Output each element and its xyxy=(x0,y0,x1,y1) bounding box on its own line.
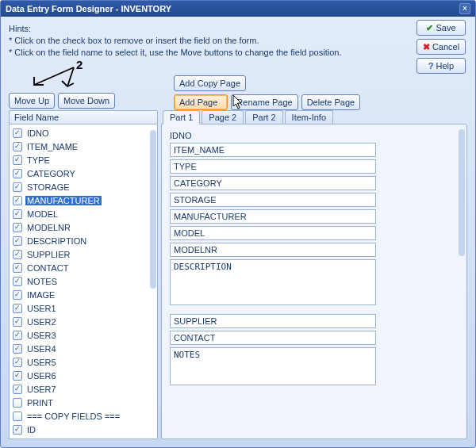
field-row[interactable]: ✓MODELNR xyxy=(10,220,157,234)
field-label[interactable]: MODEL xyxy=(25,209,60,219)
help-button[interactable]: ? Help xyxy=(416,58,466,74)
field-row[interactable]: ✓USER1 xyxy=(10,301,157,315)
field-label[interactable]: DATE_ADDED xyxy=(25,438,86,440)
cancel-button[interactable]: ✖ Cancel xyxy=(416,39,466,55)
field-label[interactable]: MODELNR xyxy=(25,223,72,232)
form-field-manufacturer[interactable] xyxy=(170,209,376,224)
add-copy-page-button[interactable]: Add Copy Page xyxy=(174,75,246,91)
checkbox[interactable]: ✓ xyxy=(13,128,22,138)
field-label[interactable]: USER1 xyxy=(25,304,58,313)
checkbox[interactable]: ✓ xyxy=(13,169,22,178)
field-label[interactable]: SUPPLIER xyxy=(25,250,71,259)
field-label[interactable]: USER5 xyxy=(25,358,58,367)
field-label[interactable]: IDNO xyxy=(25,128,51,138)
rename-page-button[interactable]: Rename Page xyxy=(231,94,298,110)
description-textarea[interactable] xyxy=(170,259,376,305)
form-field-supplier[interactable] xyxy=(170,314,376,328)
form-scrollbar[interactable] xyxy=(459,126,465,437)
field-row[interactable]: ✓SUPPLIER xyxy=(10,247,157,261)
form-scrollbar-thumb[interactable] xyxy=(459,129,465,256)
field-row[interactable]: ✓DESCRIPTION xyxy=(10,234,157,247)
checkbox[interactable] xyxy=(13,412,22,421)
field-label[interactable]: USER3 xyxy=(25,331,58,340)
field-label[interactable]: CONTACT xyxy=(25,263,70,273)
field-label[interactable]: === COPY FIELDS === xyxy=(25,412,121,421)
field-row[interactable]: ✓DATE_ADDED xyxy=(10,436,157,439)
move-up-button[interactable]: Move Up xyxy=(9,93,55,109)
checkbox[interactable]: ✓ xyxy=(13,277,22,286)
form-field-model[interactable] xyxy=(170,226,376,240)
tab[interactable]: Part 2 xyxy=(245,110,282,124)
checkbox[interactable]: ✓ xyxy=(13,304,22,313)
field-row[interactable]: ✓USER5 xyxy=(10,355,157,369)
add-page-button[interactable]: Add Page xyxy=(174,94,228,110)
checkbox[interactable]: ✓ xyxy=(13,223,22,232)
scrollbar-thumb[interactable] xyxy=(150,130,156,289)
checkbox[interactable]: ✓ xyxy=(13,290,22,300)
form-field-category[interactable] xyxy=(170,176,376,190)
field-label[interactable]: PRINT xyxy=(25,398,55,408)
field-label[interactable]: ID xyxy=(25,425,37,435)
checkbox[interactable]: ✓ xyxy=(13,385,22,394)
delete-page-button[interactable]: Delete Page xyxy=(301,94,361,110)
field-label[interactable]: USER4 xyxy=(25,344,58,354)
field-row[interactable]: ✓ID xyxy=(10,423,157,436)
field-row[interactable]: ✓STORAGE xyxy=(10,180,157,193)
tab[interactable]: Item-Info xyxy=(285,110,333,124)
checkbox[interactable]: ✓ xyxy=(13,236,22,246)
field-row[interactable]: === COPY FIELDS === xyxy=(10,409,157,423)
titlebar[interactable]: Data Entry Form Designer - INVENTORY × xyxy=(1,1,475,17)
checkbox[interactable]: ✓ xyxy=(13,182,22,192)
tab[interactable]: Part 1 xyxy=(163,110,200,124)
field-row[interactable]: ✓USER3 xyxy=(10,328,157,342)
form-field-storage[interactable] xyxy=(170,193,376,207)
field-row[interactable]: ✓USER6 xyxy=(10,369,157,382)
field-label[interactable]: ITEM_NAME xyxy=(25,142,79,151)
field-list-header[interactable]: Field Name xyxy=(9,110,158,124)
checkbox[interactable]: ✓ xyxy=(13,331,22,340)
checkbox[interactable]: ✓ xyxy=(13,263,22,273)
checkbox[interactable]: ✓ xyxy=(13,371,22,381)
field-row[interactable]: ✓IMAGE xyxy=(10,288,157,301)
checkbox[interactable] xyxy=(13,398,22,408)
field-row[interactable]: PRINT xyxy=(10,396,157,409)
field-row[interactable]: ✓CONTACT xyxy=(10,261,157,274)
field-label[interactable]: NOTES xyxy=(25,277,59,286)
checkbox[interactable]: ✓ xyxy=(13,317,22,327)
scrollbar[interactable] xyxy=(150,114,156,431)
field-label[interactable]: USER2 xyxy=(25,317,58,327)
field-row[interactable]: ✓NOTES xyxy=(10,274,157,288)
field-row[interactable]: ✓IDNO xyxy=(10,126,157,140)
notes-textarea[interactable] xyxy=(170,347,376,385)
checkbox[interactable]: ✓ xyxy=(13,155,22,165)
field-row[interactable]: ✓USER2 xyxy=(10,315,157,328)
field-row[interactable]: ✓USER7 xyxy=(10,382,157,396)
checkbox[interactable]: ✓ xyxy=(13,209,22,219)
field-label[interactable]: MANUFACTURER xyxy=(25,196,102,205)
field-row[interactable]: ✓ITEM_NAME xyxy=(10,140,157,153)
tab[interactable]: Page 2 xyxy=(202,110,244,124)
form-field-type[interactable] xyxy=(170,159,376,174)
field-label[interactable]: USER7 xyxy=(25,385,58,394)
field-label[interactable]: STORAGE xyxy=(25,182,71,192)
field-row[interactable]: ✓MODEL xyxy=(10,207,157,220)
checkbox[interactable]: ✓ xyxy=(13,142,22,151)
checkbox[interactable]: ✓ xyxy=(13,196,22,205)
form-field-modelnr[interactable] xyxy=(170,243,376,257)
close-icon[interactable]: × xyxy=(459,3,470,14)
field-row[interactable]: ✓MANUFACTURER xyxy=(10,193,157,207)
field-row[interactable]: ✓TYPE xyxy=(10,153,157,167)
checkbox[interactable]: ✓ xyxy=(13,344,22,354)
field-row[interactable]: ✓CATEGORY xyxy=(10,167,157,180)
field-label[interactable]: IMAGE xyxy=(25,290,56,300)
checkbox[interactable]: ✓ xyxy=(13,250,22,259)
save-button[interactable]: ✔ Save xyxy=(416,20,466,36)
field-row[interactable]: ✓USER4 xyxy=(10,342,157,355)
field-label[interactable]: DESCRIPTION xyxy=(25,236,88,246)
checkbox[interactable]: ✓ xyxy=(13,438,22,440)
move-down-button[interactable]: Move Down xyxy=(58,93,115,109)
field-label[interactable]: CATEGORY xyxy=(25,169,77,178)
field-label[interactable]: TYPE xyxy=(25,155,52,165)
form-field-item_name[interactable] xyxy=(170,143,376,157)
checkbox[interactable]: ✓ xyxy=(13,425,22,435)
